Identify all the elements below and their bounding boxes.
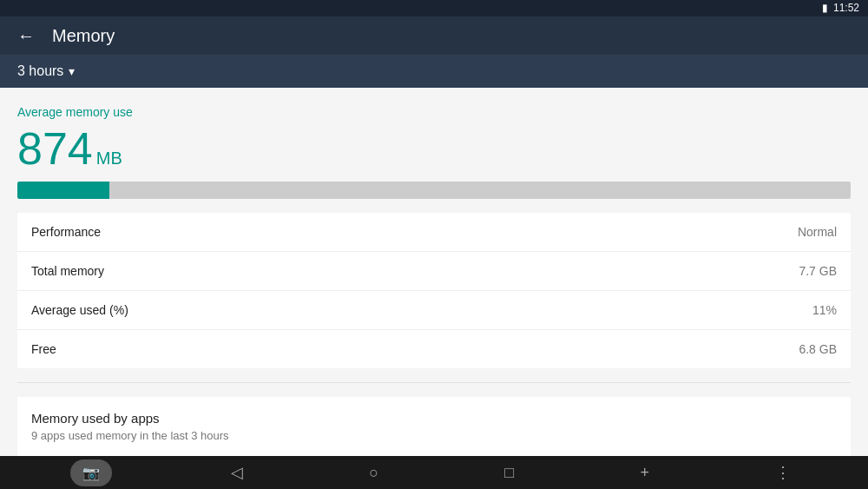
memory-number: 874 — [17, 126, 93, 171]
apps-section-title: Memory used by apps — [31, 411, 837, 426]
divider — [17, 382, 851, 383]
status-bar: ▮ 11:52 — [0, 0, 868, 17]
dropdown-arrow-icon: ▾ — [69, 64, 75, 78]
avg-label: Average memory use — [17, 105, 851, 119]
table-row: Free 6.8 GB — [17, 330, 851, 368]
memory-display: 874 MB — [17, 126, 851, 171]
stats-row-label: Total memory — [31, 264, 104, 278]
stats-row-label: Performance — [31, 225, 101, 239]
main-content: Average memory use 874 MB Performance No… — [0, 88, 868, 456]
stats-row-value: 6.8 GB — [799, 342, 837, 356]
bottom-nav: 📷 ◁ ○ □ + ⋮ — [0, 456, 868, 489]
clock: 11:52 — [833, 2, 859, 14]
table-row: Performance Normal — [17, 213, 851, 252]
memory-progress-bar — [17, 182, 851, 199]
page-title: Memory — [52, 26, 115, 46]
battery-icon: ▮ — [822, 2, 828, 14]
period-label: 3 hours — [17, 63, 63, 79]
app-bar: ← Memory — [0, 17, 868, 55]
screenshot-icon: 📷 — [82, 465, 100, 481]
apps-section: Memory used by apps 9 apps used memory i… — [17, 397, 851, 456]
screenshot-button[interactable]: 📷 — [70, 459, 112, 486]
stats-row-label: Average used (%) — [31, 303, 128, 317]
stats-row-value: 11% — [812, 303, 837, 317]
add-button[interactable]: + — [634, 457, 657, 489]
home-button[interactable]: ○ — [362, 457, 385, 489]
apps-section-subtitle: 9 apps used memory in the last 3 hours — [31, 429, 837, 442]
period-filter-button[interactable]: 3 hours ▾ — [14, 56, 78, 86]
table-row: Total memory 7.7 GB — [17, 252, 851, 291]
stats-table: Performance Normal Total memory 7.7 GB A… — [17, 213, 851, 368]
back-nav-button[interactable]: ◁ — [224, 456, 250, 489]
stats-row-label: Free — [31, 342, 56, 356]
memory-unit: MB — [96, 149, 122, 169]
progress-bar-fill — [17, 182, 109, 199]
table-row: Average used (%) 11% — [17, 291, 851, 330]
back-button[interactable]: ← — [14, 23, 38, 50]
filter-bar: 3 hours ▾ — [0, 55, 868, 88]
stats-row-value: 7.7 GB — [799, 264, 837, 278]
stats-row-value: Normal — [798, 225, 837, 239]
more-button[interactable]: ⋮ — [768, 456, 798, 489]
recents-button[interactable]: □ — [497, 457, 521, 489]
